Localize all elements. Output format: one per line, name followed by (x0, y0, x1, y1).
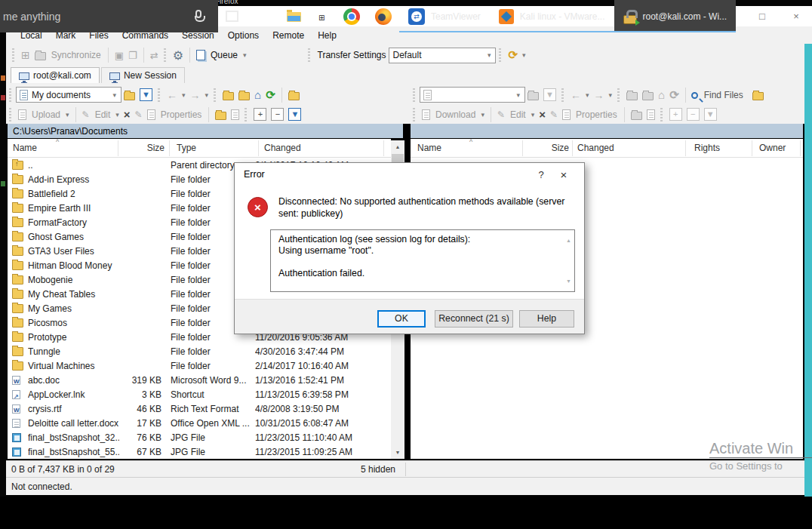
home-directory-icon[interactable]: ⌂ (658, 88, 665, 101)
download-label[interactable]: Download (435, 109, 475, 120)
left-path-select[interactable]: My documents ▾ (16, 87, 121, 103)
open-directory-icon[interactable] (527, 92, 539, 100)
maximize-button[interactable]: □ (757, 11, 767, 22)
forward-icon[interactable]: → (594, 89, 604, 101)
edit-label[interactable]: Edit (95, 109, 111, 120)
root-directory-icon[interactable] (642, 92, 654, 100)
column-header-rights[interactable]: Rights (694, 143, 720, 153)
column-header-type[interactable]: Type (177, 143, 196, 153)
ok-button[interactable]: OK (377, 310, 426, 328)
open-in-explorer-icon[interactable] (752, 92, 764, 100)
session-tab[interactable]: New Session (101, 67, 185, 83)
selection-filter-icon[interactable]: ▼ (288, 108, 301, 121)
refresh-icon[interactable]: ⟳ (266, 88, 275, 102)
properties-icon[interactable] (147, 109, 155, 120)
taskbar-app-winscp[interactable]: root@kali.com - Wi... (614, 0, 737, 32)
table-row[interactable]: abc.doc 319 KB Microsoft Word 9... 1/13/… (8, 373, 391, 387)
scroll-up-icon[interactable]: ▲ (566, 235, 571, 246)
chevron-down-icon[interactable]: ▾ (522, 51, 526, 59)
column-header-changed[interactable]: Changed (577, 143, 614, 153)
toolbar-grip[interactable] (561, 88, 565, 102)
chevron-down-icon[interactable]: ▾ (609, 91, 613, 99)
new-file-icon[interactable] (647, 109, 655, 120)
parent-directory-icon[interactable] (223, 92, 234, 100)
toolbar-grip[interactable] (164, 48, 168, 62)
edit-pencil-icon[interactable]: ✎ (497, 109, 505, 120)
chevron-down-icon[interactable]: ▾ (481, 111, 484, 118)
delete-x-icon[interactable]: × (124, 108, 131, 121)
edit-label[interactable]: Edit (510, 109, 526, 120)
properties-icon[interactable] (562, 109, 571, 120)
terminal-icon[interactable]: ▣ (115, 50, 124, 61)
right-address-bar[interactable] (411, 124, 803, 138)
select-plus-icon[interactable]: + (254, 108, 266, 121)
queue-label[interactable]: Queue (211, 50, 238, 60)
scroll-down-icon[interactable]: ▼ (566, 275, 571, 287)
chevron-down-icon[interactable]: ▾ (115, 111, 119, 118)
dialog-help-icon[interactable]: ? (530, 169, 552, 180)
rename-icon[interactable]: ✎ (135, 109, 143, 120)
selection-filter-icon[interactable]: ▼ (704, 108, 717, 121)
compare-directories-icon[interactable]: ⊞ (21, 49, 30, 61)
dialog-close-icon[interactable]: × (552, 168, 575, 181)
session-tab[interactable]: root@kali.com (11, 67, 100, 83)
left-address-bar[interactable]: C:\Users\Pranav\Documents (8, 124, 403, 138)
edit-pencil-icon[interactable]: ✎ (82, 109, 90, 120)
reconnect-button[interactable]: Reconnect (21 s) (435, 310, 513, 328)
taskbar-app-file-explorer[interactable] (279, 0, 309, 32)
rename-icon[interactable]: ✎ (550, 109, 558, 120)
transfer-options-icon[interactable]: ⟳ (508, 48, 518, 62)
close-button[interactable]: × (791, 11, 801, 22)
home-directory-icon[interactable]: ⌂ (254, 88, 261, 101)
root-directory-icon[interactable] (238, 92, 250, 100)
unselect-minus-icon[interactable]: − (687, 108, 700, 121)
chevron-down-icon[interactable]: ▾ (531, 111, 535, 118)
preferences-gear-icon[interactable]: ⚙ (173, 48, 183, 63)
taskbar-app-firefox[interactable] (368, 0, 399, 32)
dialog-title-bar[interactable]: Error ? × (235, 163, 584, 186)
download-icon[interactable] (422, 109, 430, 120)
scroll-up-icon[interactable]: ▲ (391, 140, 404, 153)
open-directory-icon[interactable] (124, 92, 135, 100)
queue-icon[interactable] (196, 50, 205, 60)
toolbar-grip[interactable] (308, 48, 312, 62)
synchronize-label[interactable]: Synchronize (51, 50, 101, 60)
transfer-settings-select[interactable]: Default ▾ (389, 48, 496, 63)
table-row[interactable]: final_bstSnapshot_32... 76 KB JPG File 1… (8, 430, 391, 444)
column-header-size[interactable]: Size (122, 143, 165, 153)
right-path-select[interactable]: ▾ (420, 87, 525, 103)
column-header-owner[interactable]: Owner (759, 143, 786, 153)
table-row[interactable]: Virtual Machines File folder 2/14/2017 1… (8, 358, 391, 373)
toolbar-grip[interactable] (413, 108, 417, 121)
synchronize-icon[interactable] (35, 52, 46, 60)
filter-icon[interactable]: ▼ (140, 88, 152, 101)
filter-icon[interactable]: ▼ (543, 88, 556, 101)
taskbar-search-box[interactable]: me anything (0, 0, 218, 32)
new-folder-icon[interactable] (631, 112, 642, 120)
microphone-icon[interactable] (195, 10, 201, 18)
column-header-size[interactable]: Size (525, 143, 569, 153)
table-row[interactable]: Deloitte call letter.docx 17 KB Office O… (8, 416, 391, 430)
upload-icon[interactable] (18, 109, 26, 120)
toolbar-grip[interactable] (9, 88, 13, 102)
chevron-down-icon[interactable]: ▾ (586, 91, 589, 99)
toolbar-grip[interactable] (214, 88, 217, 102)
chevron-down-icon[interactable]: ▾ (182, 91, 186, 99)
toolbar-grip[interactable] (245, 108, 248, 121)
taskbar-app-task-view[interactable] (218, 0, 246, 32)
toolbar-grip[interactable] (617, 88, 621, 102)
chevron-down-icon[interactable]: ▾ (205, 91, 209, 99)
toolbar-grip[interactable] (12, 48, 16, 62)
taskbar-app-kali-vmware[interactable]: Kali linux - VMware... (490, 0, 614, 32)
hidden-files-count[interactable]: 5 hidden (361, 464, 395, 475)
taskbar-app-edge[interactable] (246, 0, 279, 32)
upload-label[interactable]: Upload (32, 109, 60, 120)
toolbar-grip[interactable] (660, 108, 664, 121)
sync-browsing-icon[interactable]: ⇄ (150, 50, 158, 61)
unselect-minus-icon[interactable]: − (271, 108, 284, 121)
table-row[interactable]: final_bstSnapshot_55... 67 KB JPG File 1… (8, 444, 391, 459)
back-icon[interactable]: ← (167, 89, 177, 101)
select-plus-icon[interactable]: + (669, 108, 682, 121)
taskbar-app-chrome[interactable] (336, 0, 368, 32)
toolbar-grip[interactable] (413, 88, 417, 102)
